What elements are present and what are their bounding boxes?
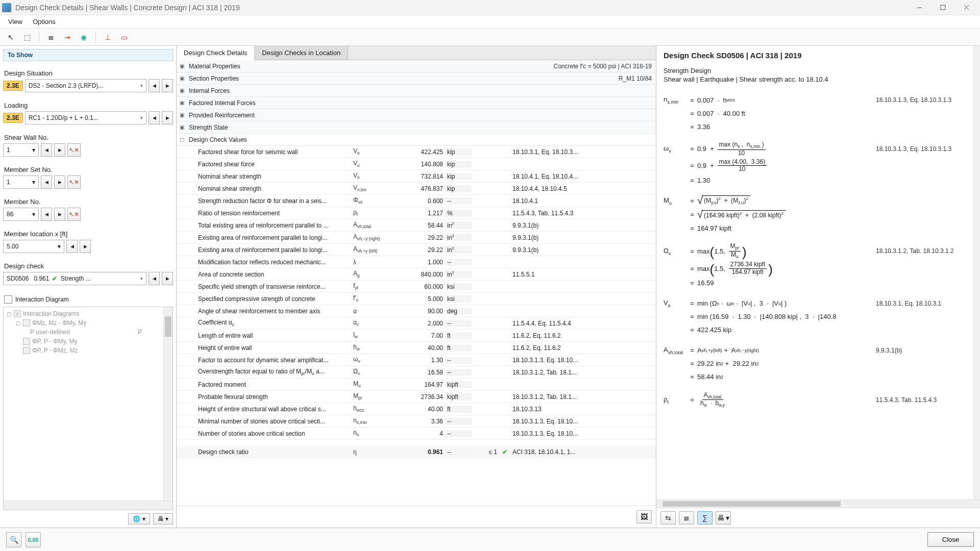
data-row: Strength reduction factor Φ for shear in… [177, 195, 656, 207]
close-window-button[interactable] [954, 0, 978, 15]
spin-member-set[interactable]: 1▾ [3, 176, 39, 189]
section-design-check-values[interactable]: ▢Design Check Values [177, 134, 656, 146]
menu-view[interactable]: View [3, 16, 28, 28]
data-row: Number of stories above critical section… [177, 428, 656, 440]
tree-scroll-v[interactable] [163, 307, 173, 500]
sidebar-title: To Show [3, 49, 173, 61]
section-icon[interactable]: ▭ [117, 31, 131, 44]
data-row: Factored shear forceVu140.808kip [177, 158, 656, 170]
data-row: Ratio of tension reinforcementρt1.217%11… [177, 207, 656, 219]
ms-next[interactable]: ▶ [54, 176, 65, 189]
data-row: Factor to account for dynamic shear ampl… [177, 354, 656, 366]
colors-icon[interactable]: ◉ [77, 31, 90, 44]
rp-btn-3-icon[interactable]: ∑ [697, 511, 713, 524]
tree-scroll-h[interactable] [4, 500, 173, 510]
data-row: Total existing area of reinforcement par… [177, 219, 656, 232]
svg-rect-0 [941, 5, 945, 10]
mn-pick[interactable]: ↖✕ [67, 208, 81, 221]
btn-settings[interactable]: 🌐 ▾ [128, 513, 150, 524]
data-row: Modification factor reflects reduced mec… [177, 256, 656, 268]
loading-next[interactable]: ▶ [162, 111, 173, 124]
sw-prev[interactable]: ◀ [41, 143, 52, 157]
mid-panel: Design Check Details Design Checks in Lo… [177, 46, 656, 528]
data-row: Area of concrete sectionAg840.000in211.5… [177, 268, 656, 281]
mid-tabs: Design Check Details Design Checks in Lo… [177, 46, 656, 60]
spin-member-loc[interactable]: 5.00▾ [3, 240, 64, 253]
ml-next[interactable]: ▶ [80, 240, 91, 253]
ms-pick[interactable]: ↖✕ [67, 176, 81, 189]
rp-btn-1-icon[interactable]: ⇆ [660, 511, 676, 524]
menu-options[interactable]: Options [28, 16, 61, 28]
ds-next[interactable]: ▶ [162, 79, 173, 92]
data-row: Overstrength factor equal to ratio of Mp… [177, 366, 656, 379]
btn-print[interactable]: 🖶 ▾ [153, 513, 173, 524]
minimize-button[interactable] [908, 0, 931, 15]
sw-next[interactable]: ▶ [54, 143, 65, 157]
rp-title: Design Check SD0506 | ACI 318 | 2019 [664, 51, 973, 60]
export-icon[interactable]: ⇥ [61, 31, 74, 44]
rp-sub1: Strength Design [664, 67, 973, 74]
toolbar: ↖ ⬚ ≣ ⇥ ◉ ⊥ ▭ [0, 29, 980, 46]
label-interaction: Interaction Diagram [15, 296, 69, 303]
data-row: Factored momentMu164.97kipft [177, 379, 656, 391]
data-row: Angle of shear reinforcement to member a… [177, 305, 656, 317]
list-icon[interactable]: ≣ [44, 31, 58, 44]
data-row: Length of entire walllw7.00ft11.6.2, Eq.… [177, 330, 656, 342]
ds-prev[interactable]: ◀ [149, 79, 160, 92]
maximize-button[interactable] [931, 0, 954, 15]
select-icon[interactable]: ↖ [4, 31, 17, 44]
section-row[interactable]: ▣Provided Reinforcement [177, 109, 656, 121]
btn-help-icon[interactable]: 🔍 [6, 532, 21, 547]
bottom-bar: 🔍 0,00 Close [0, 528, 980, 551]
section-row[interactable]: ▣Section PropertiesR_M1 10/84 [177, 72, 656, 85]
chk-interaction[interactable] [4, 295, 12, 304]
label-member-no: Member No. [4, 198, 172, 206]
section-row[interactable]: ▣Factored Internal Forces [177, 97, 656, 109]
btn-units-icon[interactable]: 0,00 [26, 532, 41, 547]
section-row[interactable]: ▣Material PropertiesConcrete f'c = 5000 … [177, 60, 656, 72]
badge-ds: 2.3E [3, 81, 23, 91]
mn-prev[interactable]: ◀ [41, 208, 52, 221]
right-panel: Design Check SD0506 | ACI 318 | 2019 Str… [656, 46, 980, 528]
profile-icon[interactable]: ⊥ [101, 31, 114, 44]
data-row: Height of entire wallhw40.00ft11.6.2, Eq… [177, 342, 656, 354]
combo-design-situation[interactable]: DS2 - Section 2.3 (LRFD)...▾ [25, 79, 146, 92]
combo-loading[interactable]: RC1 - 1.20D/p + L + 0.1...▾ [25, 111, 146, 124]
label-loading: Loading [4, 102, 172, 109]
data-row: Height of entire structural wall above c… [177, 403, 656, 415]
data-row: Specific yield strength of transverse re… [177, 281, 656, 293]
dc-prev[interactable]: ◀ [149, 272, 160, 285]
badge-loading: 2.3E [3, 113, 23, 123]
dc-next[interactable]: ▶ [162, 272, 173, 285]
rp-btn-print-icon[interactable]: 🖶 ▾ [716, 511, 731, 524]
rp-scroll-h[interactable] [656, 499, 980, 508]
section-row[interactable]: ▣Internal Forces [177, 85, 656, 97]
rp-btn-2-icon[interactable]: ≣ [679, 511, 694, 524]
btn-mid-export-icon[interactable]: 🖼 [636, 510, 652, 523]
data-row: Factored shear force for seismic wallVe4… [177, 146, 656, 158]
label-design-check: Design check [4, 262, 172, 270]
window-title: Design Check Details | Shear Walls | Con… [15, 4, 240, 12]
data-row: Existing area of reinforcement parallel … [177, 244, 656, 256]
data-row: Coefficient αcαc2.000--11.5.4.4, Eq. 11.… [177, 317, 656, 330]
title-bar: Design Check Details | Shear Walls | Con… [0, 0, 980, 15]
data-row: Specified compressive strength of concre… [177, 293, 656, 305]
spin-shear-wall[interactable]: 1▾ [3, 143, 39, 157]
rp-scroll-v[interactable] [973, 46, 980, 499]
spin-member-no[interactable]: 86▾ [3, 208, 39, 221]
ml-prev[interactable]: ◀ [66, 240, 78, 253]
combo-design-check[interactable]: SD0506 0.961✔ Strength ... ▾ [3, 272, 146, 285]
label-member-set-no: Member Set No. [4, 166, 172, 173]
close-button[interactable]: Close [927, 532, 974, 547]
sw-pick[interactable]: ↖✕ [67, 143, 81, 157]
data-row: Nominal shear strengthVn732.814kip18.10.… [177, 170, 656, 183]
tab-design-checks-location[interactable]: Design Checks in Location [255, 46, 348, 60]
ms-prev[interactable]: ◀ [41, 176, 52, 189]
loading-prev[interactable]: ◀ [149, 111, 160, 124]
zoom-icon[interactable]: ⬚ [20, 31, 34, 44]
tab-design-check-details[interactable]: Design Check Details [177, 46, 255, 60]
label-shear-wall-no: Shear Wall No. [4, 134, 172, 141]
section-row[interactable]: ▣Strength State [177, 121, 656, 134]
data-row: Nominal shear strengthVn,lim476.837kip18… [177, 183, 656, 195]
mn-next[interactable]: ▶ [54, 208, 65, 221]
